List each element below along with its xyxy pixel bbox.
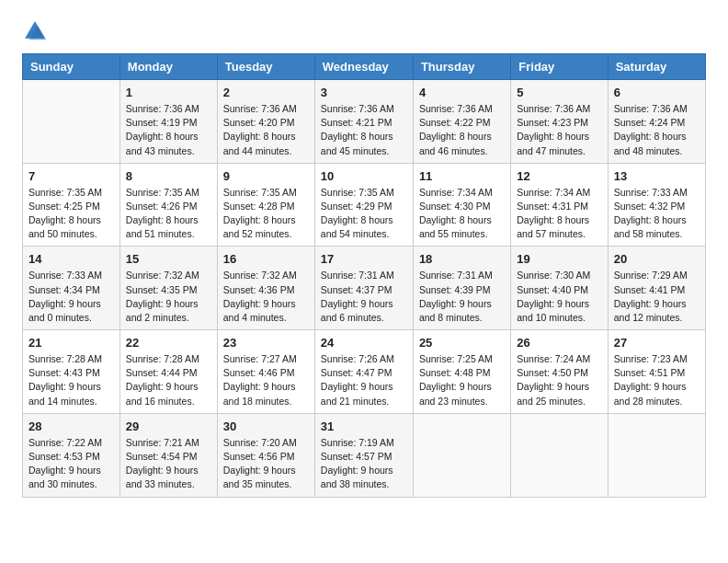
sunset: Sunset: 4:53 PM <box>28 451 100 462</box>
sunrise: Sunrise: 7:33 AM <box>28 270 102 281</box>
calendar-cell: 8 Sunrise: 7:35 AM Sunset: 4:26 PM Dayli… <box>119 163 217 247</box>
daylight: Daylight: 8 hours and 52 minutes. <box>223 214 296 239</box>
sunset: Sunset: 4:37 PM <box>321 284 392 295</box>
sunrise: Sunrise: 7:34 AM <box>419 187 493 198</box>
calendar-cell: 4 Sunrise: 7:36 AM Sunset: 4:22 PM Dayli… <box>413 80 510 164</box>
day-number: 11 <box>419 169 432 183</box>
calendar-cell: 13 Sunrise: 7:33 AM Sunset: 4:32 PM Dayl… <box>608 163 705 247</box>
sunrise: Sunrise: 7:34 AM <box>517 187 590 198</box>
sunset: Sunset: 4:56 PM <box>223 451 295 462</box>
logo-icon <box>22 18 48 44</box>
daylight: Daylight: 8 hours and 47 minutes. <box>517 131 589 155</box>
calendar-cell: 6 Sunrise: 7:36 AM Sunset: 4:24 PM Dayli… <box>608 80 705 164</box>
calendar-cell: 28 Sunrise: 7:22 AM Sunset: 4:53 PM Dayl… <box>23 413 120 497</box>
day-number: 6 <box>614 86 620 99</box>
daylight: Daylight: 8 hours and 55 minutes. <box>419 214 492 239</box>
calendar-week-row: 1 Sunrise: 7:36 AM Sunset: 4:19 PM Dayli… <box>23 80 706 164</box>
day-number: 7 <box>28 169 35 183</box>
calendar-cell: 17 Sunrise: 7:31 AM Sunset: 4:37 PM Dayl… <box>314 247 413 330</box>
sunrise: Sunrise: 7:36 AM <box>614 103 688 114</box>
calendar-cell: 19 Sunrise: 7:30 AM Sunset: 4:40 PM Dayl… <box>511 247 608 330</box>
daylight: Daylight: 8 hours and 44 minutes. <box>223 131 296 155</box>
calendar-week-row: 28 Sunrise: 7:22 AM Sunset: 4:53 PM Dayl… <box>23 413 706 497</box>
sunset: Sunset: 4:29 PM <box>321 201 392 212</box>
daylight: Daylight: 8 hours and 45 minutes. <box>321 131 393 155</box>
sunrise: Sunrise: 7:32 AM <box>223 270 297 281</box>
sunrise: Sunrise: 7:28 AM <box>126 353 199 364</box>
daylight: Daylight: 9 hours and 8 minutes. <box>419 298 492 323</box>
day-number: 17 <box>321 252 334 266</box>
logo <box>22 18 51 44</box>
calendar-cell <box>608 413 705 497</box>
sunrise: Sunrise: 7:20 AM <box>223 437 297 448</box>
calendar-cell <box>511 413 608 497</box>
sunrise: Sunrise: 7:32 AM <box>126 270 199 281</box>
sunrise: Sunrise: 7:36 AM <box>517 103 590 114</box>
sunset: Sunset: 4:36 PM <box>223 284 295 295</box>
daylight: Daylight: 9 hours and 18 minutes. <box>223 381 296 406</box>
daylight: Daylight: 9 hours and 35 minutes. <box>223 465 296 489</box>
sunrise: Sunrise: 7:31 AM <box>321 270 394 281</box>
sunrise: Sunrise: 7:25 AM <box>419 353 493 364</box>
day-number: 24 <box>321 336 334 350</box>
sunset: Sunset: 4:40 PM <box>517 284 588 295</box>
calendar-cell: 14 Sunrise: 7:33 AM Sunset: 4:34 PM Dayl… <box>23 247 120 330</box>
sunset: Sunset: 4:23 PM <box>517 117 588 128</box>
header-row: SundayMondayTuesdayWednesdayThursdayFrid… <box>23 54 706 80</box>
sunset: Sunset: 4:44 PM <box>126 367 198 378</box>
sunset: Sunset: 4:41 PM <box>614 284 686 295</box>
calendar-cell: 12 Sunrise: 7:34 AM Sunset: 4:31 PM Dayl… <box>511 163 608 247</box>
sunrise: Sunrise: 7:29 AM <box>614 270 688 281</box>
day-number: 29 <box>126 419 139 433</box>
calendar-cell: 18 Sunrise: 7:31 AM Sunset: 4:39 PM Dayl… <box>413 247 510 330</box>
day-number: 18 <box>419 252 432 266</box>
daylight: Daylight: 8 hours and 54 minutes. <box>321 214 393 239</box>
sunrise: Sunrise: 7:36 AM <box>126 103 199 114</box>
calendar-cell: 20 Sunrise: 7:29 AM Sunset: 4:41 PM Dayl… <box>608 247 705 330</box>
sunset: Sunset: 4:24 PM <box>614 117 686 128</box>
sunrise: Sunrise: 7:36 AM <box>321 103 394 114</box>
sunset: Sunset: 4:26 PM <box>126 201 198 212</box>
header-day: Tuesday <box>217 54 314 80</box>
day-number: 23 <box>223 336 236 350</box>
day-number: 5 <box>517 86 523 99</box>
page: SundayMondayTuesdayWednesdayThursdayFrid… <box>0 0 728 512</box>
day-number: 10 <box>321 169 334 183</box>
sunset: Sunset: 4:50 PM <box>517 367 588 378</box>
sunrise: Sunrise: 7:21 AM <box>126 437 199 448</box>
daylight: Daylight: 9 hours and 28 minutes. <box>614 381 687 406</box>
sunrise: Sunrise: 7:35 AM <box>223 187 297 198</box>
daylight: Daylight: 9 hours and 30 minutes. <box>28 465 101 489</box>
header-day: Monday <box>119 54 217 80</box>
sunset: Sunset: 4:20 PM <box>223 117 295 128</box>
day-number: 26 <box>517 336 529 350</box>
daylight: Daylight: 9 hours and 23 minutes. <box>419 381 492 406</box>
sunset: Sunset: 4:47 PM <box>321 367 392 378</box>
sunset: Sunset: 4:34 PM <box>28 284 100 295</box>
daylight: Daylight: 9 hours and 4 minutes. <box>223 298 296 323</box>
day-number: 21 <box>28 336 41 350</box>
day-number: 27 <box>614 336 627 350</box>
calendar-cell: 31 Sunrise: 7:19 AM Sunset: 4:57 PM Dayl… <box>314 413 413 497</box>
day-number: 14 <box>28 252 41 266</box>
daylight: Daylight: 9 hours and 33 minutes. <box>126 465 199 489</box>
day-number: 28 <box>28 419 41 433</box>
header-day: Sunday <box>23 54 120 80</box>
daylight: Daylight: 8 hours and 43 minutes. <box>126 131 199 155</box>
daylight: Daylight: 8 hours and 51 minutes. <box>126 214 199 239</box>
day-number: 30 <box>223 419 236 433</box>
sunrise: Sunrise: 7:35 AM <box>28 187 102 198</box>
daylight: Daylight: 9 hours and 12 minutes. <box>614 298 687 323</box>
calendar-cell <box>23 80 120 164</box>
calendar-cell: 7 Sunrise: 7:35 AM Sunset: 4:25 PM Dayli… <box>23 163 120 247</box>
day-number: 13 <box>614 169 627 183</box>
sunset: Sunset: 4:51 PM <box>614 367 686 378</box>
day-number: 19 <box>517 252 529 266</box>
daylight: Daylight: 8 hours and 48 minutes. <box>614 131 687 155</box>
sunrise: Sunrise: 7:30 AM <box>517 270 590 281</box>
calendar-cell: 22 Sunrise: 7:28 AM Sunset: 4:44 PM Dayl… <box>119 330 217 414</box>
calendar-cell: 11 Sunrise: 7:34 AM Sunset: 4:30 PM Dayl… <box>413 163 510 247</box>
calendar-week-row: 7 Sunrise: 7:35 AM Sunset: 4:25 PM Dayli… <box>23 163 706 247</box>
sunset: Sunset: 4:39 PM <box>419 284 491 295</box>
daylight: Daylight: 9 hours and 0 minutes. <box>28 298 101 323</box>
